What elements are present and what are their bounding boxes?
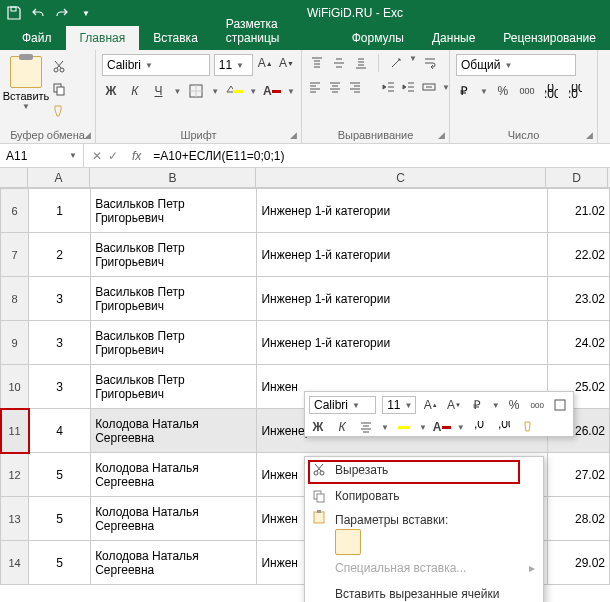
align-right-icon[interactable] <box>348 78 362 96</box>
clipboard-launcher-icon[interactable]: ◢ <box>84 130 91 140</box>
col-header-d[interactable]: D <box>546 168 608 187</box>
mini-decimal-dec-icon[interactable]: ,00 <box>495 418 513 436</box>
cell[interactable]: Инженер 1-й категории <box>257 233 547 277</box>
cell[interactable]: 3 <box>29 321 91 365</box>
mini-borders-icon[interactable] <box>552 396 569 414</box>
grow-font-icon[interactable]: A▲ <box>257 54 274 72</box>
underline-button[interactable]: Ч <box>150 82 168 100</box>
orientation-icon[interactable] <box>387 54 405 72</box>
alignment-launcher-icon[interactable]: ◢ <box>438 130 445 140</box>
table-row[interactable]: 61Васильков Петр ГригорьевичИнженер 1-й … <box>1 189 610 233</box>
merge-icon[interactable] <box>422 78 436 96</box>
decrease-decimal-icon[interactable]: ,00,0 <box>566 82 584 100</box>
tab-insert[interactable]: Вставка <box>139 26 212 50</box>
mini-align-icon[interactable] <box>357 418 375 436</box>
mini-size-combo[interactable]: 11▼ <box>382 396 416 414</box>
cell[interactable]: 22.02 <box>547 233 609 277</box>
cut-icon[interactable] <box>50 58 68 76</box>
mini-shrink-font-icon[interactable]: A▼ <box>445 396 462 414</box>
cell[interactable]: 29.02 <box>547 541 609 585</box>
row-header[interactable]: 13 <box>1 497 29 541</box>
tab-file[interactable]: Файл <box>8 26 66 50</box>
col-header-a[interactable]: A <box>28 168 90 187</box>
table-row[interactable]: 83Васильков Петр ГригорьевичИнженер 1-й … <box>1 277 610 321</box>
ctx-copy[interactable]: Копировать <box>305 483 543 509</box>
mini-comma-icon[interactable]: 000 <box>529 396 546 414</box>
number-format-combo[interactable]: Общий▼ <box>456 54 576 76</box>
cell[interactable]: 4 <box>29 409 91 453</box>
bold-button[interactable]: Ж <box>102 82 120 100</box>
paste-dropdown-icon[interactable]: ▼ <box>22 102 30 111</box>
copy-icon[interactable] <box>50 80 68 98</box>
cell[interactable]: Васильков Петр Григорьевич <box>91 277 257 321</box>
cell[interactable]: Инженер 1-й категории <box>257 277 547 321</box>
font-size-combo[interactable]: 11▼ <box>214 54 253 76</box>
mini-fill-icon[interactable] <box>395 418 413 436</box>
table-row[interactable]: 72Васильков Петр ГригорьевичИнженер 1-й … <box>1 233 610 277</box>
cell[interactable]: Инженер 1-й категории <box>257 321 547 365</box>
qat-dropdown-icon[interactable]: ▼ <box>78 5 94 21</box>
tab-data[interactable]: Данные <box>418 26 489 50</box>
row-header[interactable]: 6 <box>1 189 29 233</box>
cell[interactable]: 23.02 <box>547 277 609 321</box>
cell[interactable]: Колодова Наталья Сергеевна <box>91 541 257 585</box>
cell[interactable]: Васильков Петр Григорьевич <box>91 365 257 409</box>
cell[interactable]: 5 <box>29 453 91 497</box>
tab-home[interactable]: Главная <box>66 26 140 50</box>
number-launcher-icon[interactable]: ◢ <box>586 130 593 140</box>
tab-review[interactable]: Рецензирование <box>489 26 610 50</box>
tab-formulas[interactable]: Формулы <box>338 26 418 50</box>
cell[interactable]: 3 <box>29 365 91 409</box>
cell[interactable]: 5 <box>29 497 91 541</box>
mini-font-combo[interactable]: Calibri▼ <box>309 396 376 414</box>
mini-format-painter-icon[interactable] <box>519 418 537 436</box>
comma-icon[interactable]: 000 <box>518 82 536 100</box>
row-header[interactable]: 8 <box>1 277 29 321</box>
format-painter-icon[interactable] <box>50 102 68 120</box>
col-header-b[interactable]: B <box>90 168 256 187</box>
table-row[interactable]: 93Васильков Петр ГригорьевичИнженер 1-й … <box>1 321 610 365</box>
undo-icon[interactable] <box>30 5 46 21</box>
cell[interactable]: Колодова Наталья Сергеевна <box>91 409 257 453</box>
save-icon[interactable] <box>6 5 22 21</box>
fx-icon[interactable]: fx <box>126 149 147 163</box>
paste-button[interactable]: Вставить ▼ <box>6 54 46 111</box>
ctx-insert-cut[interactable]: Вставить вырезанные ячейки <box>305 581 543 602</box>
row-header[interactable]: 10 <box>1 365 29 409</box>
redo-icon[interactable] <box>54 5 70 21</box>
cell[interactable]: 5 <box>29 541 91 585</box>
formula-input[interactable]: =A10+ЕСЛИ(E11=0;0;1) <box>147 149 610 163</box>
row-header[interactable]: 12 <box>1 453 29 497</box>
enter-formula-icon[interactable]: ✓ <box>108 149 118 163</box>
cell[interactable]: Васильков Петр Григорьевич <box>91 321 257 365</box>
mini-percent-icon[interactable]: % <box>506 396 523 414</box>
paste-option-icon[interactable] <box>335 529 361 555</box>
row-header[interactable]: 11 <box>1 409 29 453</box>
wrap-text-icon[interactable] <box>421 54 439 72</box>
align-top-icon[interactable] <box>308 54 326 72</box>
accounting-icon[interactable]: ₽ <box>456 82 474 100</box>
fill-color-icon[interactable] <box>225 82 243 100</box>
name-box[interactable]: A11▼ <box>0 144 84 167</box>
italic-button[interactable]: К <box>126 82 144 100</box>
decrease-indent-icon[interactable] <box>382 78 396 96</box>
cell[interactable]: Васильков Петр Григорьевич <box>91 189 257 233</box>
mini-accounting-icon[interactable]: ₽ <box>468 396 485 414</box>
cell[interactable]: 27.02 <box>547 453 609 497</box>
percent-icon[interactable]: % <box>494 82 512 100</box>
align-bottom-icon[interactable] <box>352 54 370 72</box>
mini-bold-button[interactable]: Ж <box>309 418 327 436</box>
align-middle-icon[interactable] <box>330 54 348 72</box>
cell[interactable]: Васильков Петр Григорьевич <box>91 233 257 277</box>
mini-decimal-inc-icon[interactable]: ,0 <box>471 418 489 436</box>
align-center-icon[interactable] <box>328 78 342 96</box>
row-header[interactable]: 14 <box>1 541 29 585</box>
mini-grow-font-icon[interactable]: A▲ <box>422 396 439 414</box>
mini-fontcolor-icon[interactable]: A <box>433 418 451 436</box>
align-left-icon[interactable] <box>308 78 322 96</box>
ctx-cut[interactable]: Вырезать <box>305 457 543 483</box>
cell[interactable]: 1 <box>29 189 91 233</box>
cancel-formula-icon[interactable]: ✕ <box>92 149 102 163</box>
increase-indent-icon[interactable] <box>402 78 416 96</box>
cell[interactable]: 28.02 <box>547 497 609 541</box>
